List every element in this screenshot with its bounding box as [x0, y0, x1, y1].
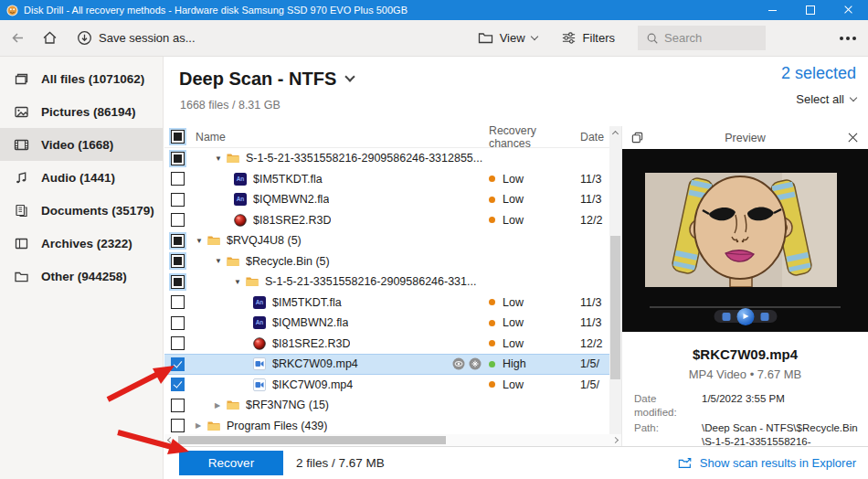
svg-text:An: An: [256, 299, 264, 305]
all-files-icon: [14, 71, 29, 87]
table-row[interactable]: ▼S-1-5-21-3351558216-2909586246-331...: [164, 271, 609, 293]
window-title: Disk Drill - All recovery methods - Hard…: [24, 5, 753, 16]
video-icon: [14, 137, 29, 153]
row-checkbox[interactable]: [171, 213, 185, 227]
select-all-checkbox[interactable]: [171, 130, 185, 144]
search-box[interactable]: [638, 26, 766, 50]
row-checkbox[interactable]: [171, 172, 185, 186]
save-session-button[interactable]: Save session as...: [77, 30, 196, 46]
file-date: 1/5/: [580, 357, 609, 370]
row-checkbox[interactable]: [171, 357, 185, 371]
file-date: 11/3: [580, 296, 609, 309]
copy-icon[interactable]: [630, 131, 644, 144]
search-input[interactable]: [664, 31, 756, 45]
scroll-up-icon[interactable]: [612, 131, 619, 137]
recovery-chance-dot: [489, 176, 495, 182]
collapse-arrow-icon[interactable]: ▼: [196, 237, 207, 245]
scroll-left-icon[interactable]: [167, 437, 174, 443]
expand-arrow-icon[interactable]: ▶: [215, 401, 227, 410]
recovery-chance-label: Low: [503, 193, 524, 206]
file-name: $I81SRE2.R3D: [253, 214, 331, 227]
sidebar-item-label: Other (944258): [41, 270, 127, 283]
sidebar-item-archives[interactable]: Archives (2322): [0, 227, 163, 260]
sidebar-item-other[interactable]: Other (944258): [0, 260, 163, 293]
collapse-arrow-icon[interactable]: ▼: [215, 257, 227, 265]
column-name[interactable]: Name: [190, 131, 489, 144]
save-session-label: Save session as...: [99, 31, 196, 45]
expand-arrow-icon[interactable]: ▶: [196, 421, 207, 430]
file-name: $RKC7W09.mp4: [272, 357, 358, 370]
file-name: $IQMBWN2.fla: [253, 193, 329, 206]
sidebar-item-label: Archives (2322): [41, 237, 132, 250]
mp4-file-icon: [253, 378, 266, 391]
close-icon[interactable]: [830, 0, 868, 20]
file-date: 12/2: [580, 214, 609, 227]
sidebar-item-audio[interactable]: Audio (1441): [0, 161, 163, 194]
row-checkbox[interactable]: [171, 399, 185, 412]
table-row[interactable]: $IKC7W09.mp4Low1/5/: [164, 375, 609, 396]
table-row[interactable]: An$IM5TKDT.flaLow11/3: [164, 293, 609, 314]
filters-button[interactable]: Filters: [561, 30, 615, 46]
select-all-dropdown[interactable]: Select all: [796, 92, 856, 106]
row-checkbox[interactable]: [171, 254, 185, 268]
row-checkbox[interactable]: [171, 295, 185, 309]
table-row[interactable]: ▼$Recycle.Bin (5): [164, 251, 609, 272]
table-row[interactable]: ▶$RF3N7NG (15): [164, 395, 609, 416]
sidebar-item-all-files[interactable]: All files (1071062): [0, 62, 163, 95]
table-row[interactable]: ▶Program Files (439): [164, 416, 609, 435]
close-preview-icon[interactable]: [846, 131, 860, 144]
filters-icon: [561, 30, 577, 46]
next-frame-icon[interactable]: [760, 313, 768, 321]
table-row[interactable]: $RKC7W09.mp4High1/5/: [164, 354, 609, 375]
table-row[interactable]: $I81SRE2.R3DLow12/2: [164, 210, 609, 231]
column-recovery-chances[interactable]: Recovery chances: [489, 124, 580, 150]
sidebar-item-pictures[interactable]: Pictures (86194): [0, 95, 163, 128]
table-row[interactable]: An$IQMBWN2.flaLow11/3: [164, 313, 609, 334]
video-player: [622, 149, 868, 332]
show-in-explorer-link[interactable]: Show scan results in Explorer: [678, 456, 856, 470]
row-checkbox[interactable]: [171, 336, 185, 350]
file-name: $IQMBWN2.fla: [272, 316, 348, 329]
horizontal-scrollbar[interactable]: [164, 434, 621, 446]
table-row[interactable]: An$IM5TKDT.flaLow11/3: [164, 169, 609, 190]
chevron-down-icon: [530, 33, 537, 40]
recovery-chance-label: Low: [503, 296, 524, 309]
collapse-arrow-icon[interactable]: ▼: [215, 154, 227, 163]
row-checkbox[interactable]: [171, 193, 185, 207]
sidebar-item-video[interactable]: Video (1668): [0, 128, 163, 161]
sidebar-item-documents[interactable]: Documents (35179): [0, 194, 163, 227]
attributes-icon[interactable]: [469, 357, 482, 370]
preview-eye-icon[interactable]: [452, 357, 465, 370]
home-icon[interactable]: [42, 30, 58, 46]
table-row[interactable]: $I81SRE2.R3DLow12/2: [164, 334, 609, 355]
recover-button[interactable]: Recover: [179, 451, 283, 475]
vertical-scrollbar[interactable]: [609, 126, 621, 434]
table-row[interactable]: ▼$RVQJ4U8 (5): [164, 230, 609, 251]
table-row[interactable]: An$IQMBWN2.flaLow11/3: [164, 189, 609, 210]
horizontal-scroll-thumb[interactable]: [178, 436, 446, 444]
more-icon[interactable]: [846, 37, 850, 40]
play-icon[interactable]: [736, 308, 754, 325]
maximize-icon[interactable]: [791, 0, 830, 20]
back-arrow-icon[interactable]: [10, 30, 26, 46]
preview-file-info: MP4 Video • 7.67 MB: [622, 367, 868, 381]
search-icon: [646, 32, 659, 45]
scan-title-dropdown[interactable]: Deep Scan - NTFS: [179, 69, 354, 90]
recovery-chance-dot: [489, 340, 495, 346]
minimize-icon[interactable]: [753, 0, 791, 20]
column-date[interactable]: Date: [580, 131, 609, 144]
row-checkbox[interactable]: [171, 152, 185, 165]
prev-frame-icon[interactable]: [722, 313, 730, 321]
row-checkbox[interactable]: [171, 378, 185, 391]
table-row[interactable]: ▼S-1-5-21-3351558216-2909586246-3312855.…: [164, 148, 609, 169]
vertical-scroll-thumb[interactable]: [610, 236, 620, 379]
row-checkbox[interactable]: [171, 275, 185, 289]
file-date: 11/3: [580, 193, 609, 206]
file-date: 11/3: [580, 316, 609, 329]
row-checkbox[interactable]: [171, 316, 185, 330]
row-checkbox[interactable]: [171, 419, 185, 432]
row-checkbox[interactable]: [171, 234, 185, 248]
view-button[interactable]: View: [478, 30, 537, 46]
scroll-right-icon[interactable]: [612, 437, 619, 443]
collapse-arrow-icon[interactable]: ▼: [234, 278, 246, 286]
